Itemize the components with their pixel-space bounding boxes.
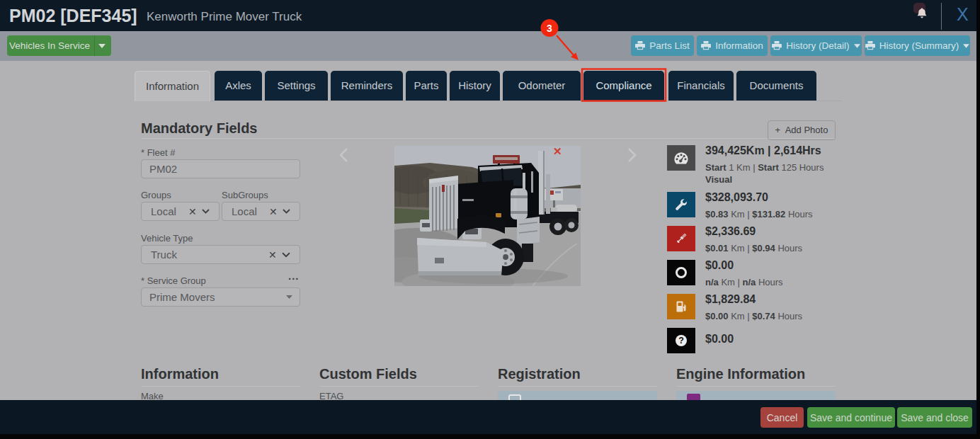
svg-text:3: 3 xyxy=(547,23,552,34)
